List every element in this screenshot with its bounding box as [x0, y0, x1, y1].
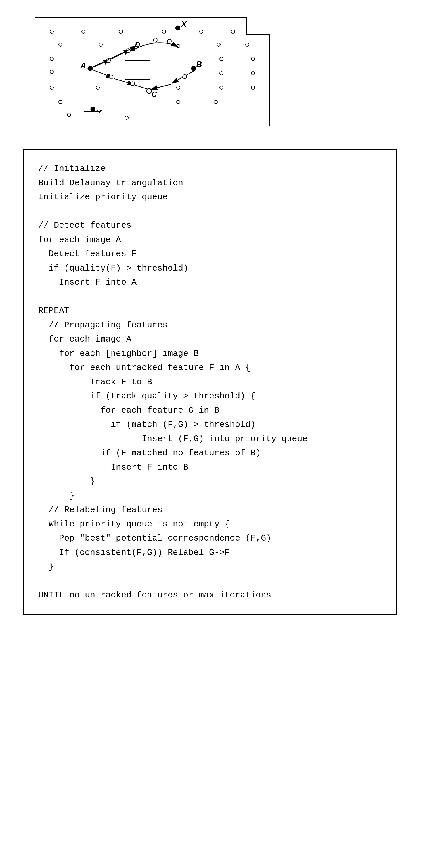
svg-text:X: X — [180, 20, 187, 28]
fig1-section: X Y A B D C — [17, 17, 404, 126]
diagram-box: X Y A B D C — [34, 17, 270, 126]
svg-text:C: C — [151, 90, 157, 98]
svg-point-8 — [191, 66, 196, 71]
svg-line-27 — [135, 85, 147, 89]
fig2-section: // Initialize Build Delaunay triangulati… — [17, 149, 404, 615]
diagram-svg: X Y A B D C — [35, 18, 270, 126]
code-box: // Initialize Build Delaunay triangulati… — [23, 149, 397, 615]
svg-point-2 — [175, 26, 180, 31]
svg-line-22 — [151, 84, 171, 89]
svg-point-18 — [153, 38, 157, 42]
svg-text:B: B — [196, 60, 202, 69]
svg-point-4 — [90, 106, 95, 112]
svg-point-19 — [167, 39, 171, 43]
svg-text:Y: Y — [96, 108, 102, 118]
svg-point-24 — [109, 75, 113, 79]
svg-line-28 — [93, 49, 131, 67]
svg-point-26 — [131, 82, 135, 86]
svg-point-21 — [183, 75, 187, 79]
svg-text:A: A — [80, 61, 86, 70]
svg-point-6 — [88, 66, 93, 71]
